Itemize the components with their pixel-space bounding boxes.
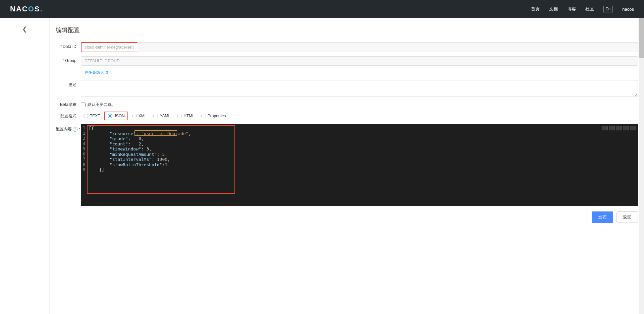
label-beta: Beta发布: (56, 102, 81, 108)
radio-html[interactable]: HTML (174, 112, 197, 120)
nav-community[interactable]: 社区 (585, 6, 594, 12)
editor-tool-2[interactable] (609, 126, 615, 130)
beta-hint: 默认不要勾选。 (88, 102, 116, 108)
editor-gutter: 1 2 3 4 5 6 7 8 9 (81, 124, 89, 206)
nav-home[interactable]: 首页 (531, 6, 540, 12)
input-group (81, 56, 638, 66)
input-description[interactable] (81, 80, 638, 97)
nav-user[interactable]: nacos (622, 7, 634, 12)
input-data-id-ext (137, 42, 638, 52)
content-area: 编辑配置 *Data ID: *Group: 更多高级选项 描述: Beta发布… (50, 18, 644, 314)
input-data-id (81, 42, 138, 52)
sidebar: ❮ (0, 18, 50, 314)
label-content: 配置内容?： (56, 124, 81, 132)
editor-tool-1[interactable] (602, 126, 608, 130)
publish-button[interactable]: 发布 (592, 211, 613, 223)
editor-code[interactable]: [{ "resource": "user-testDegrade", "grad… (89, 124, 638, 206)
sidebar-collapse-icon[interactable]: ❮ (22, 25, 27, 33)
label-data-id: *Data ID: (56, 42, 81, 49)
editor-tool-4[interactable] (623, 126, 629, 130)
label-desc: 描述: (56, 80, 81, 88)
label-format: 配置格式: (56, 113, 81, 119)
lang-switch[interactable]: En (603, 6, 613, 12)
page-title: 编辑配置 (56, 26, 638, 34)
more-options-link[interactable]: 更多高级选项 (84, 70, 108, 75)
help-icon[interactable]: ? (73, 127, 77, 132)
scrollbar-thumb[interactable] (639, 18, 644, 58)
label-group: *Group: (56, 56, 81, 63)
logo: NACOS. (10, 5, 43, 13)
app-header: NACOS. 首页 文档 博客 社区 En nacos (0, 0, 644, 18)
code-editor[interactable]: 1 2 3 4 5 6 7 8 9 [{ "resource": "user-t… (81, 124, 638, 206)
editor-tool-3[interactable] (616, 126, 622, 130)
radio-xml[interactable]: XML (129, 112, 150, 120)
radio-yaml[interactable]: YAML (151, 112, 173, 120)
nav-blog[interactable]: 博客 (567, 6, 576, 12)
radio-text[interactable]: TEXT (81, 112, 103, 120)
editor-toolbar (602, 126, 636, 130)
nav-docs[interactable]: 文档 (549, 6, 558, 12)
radio-properties[interactable]: Properties (199, 112, 229, 120)
editor-tool-5[interactable] (630, 126, 636, 130)
top-nav: 首页 文档 博客 社区 En nacos (531, 6, 634, 12)
checkbox-beta[interactable] (81, 103, 86, 107)
radio-json[interactable]: JSON (104, 112, 128, 120)
scrollbar[interactable] (639, 18, 644, 314)
back-button[interactable]: 返回 (616, 211, 638, 223)
